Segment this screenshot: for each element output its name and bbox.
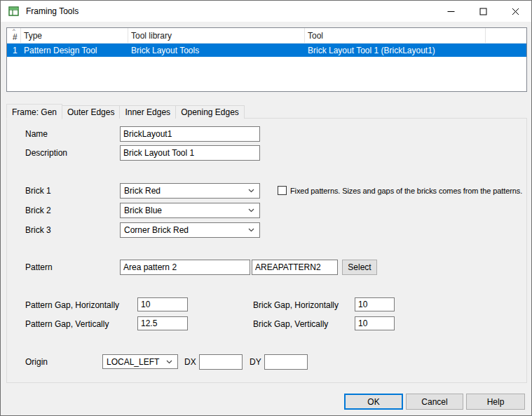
window-controls bbox=[435, 1, 531, 22]
pattern-name-field[interactable] bbox=[120, 260, 250, 275]
chevron-down-icon bbox=[248, 208, 254, 213]
tab-opening-edges[interactable]: Opening Edges bbox=[175, 105, 245, 119]
tab-strip: Frame: Gen Outer Edges Inner Edges Openi… bbox=[6, 103, 244, 119]
name-input[interactable] bbox=[120, 126, 260, 142]
row-num-cell: 1 bbox=[7, 46, 21, 55]
column-header-filler bbox=[486, 28, 526, 43]
brick-gap-v-label: Brick Gap, Vertically bbox=[253, 319, 328, 329]
tab-inner-edges[interactable]: Inner Edges bbox=[119, 105, 176, 119]
pattern-label: Pattern bbox=[25, 262, 53, 272]
row-tool-cell: Brick Layout Tool 1 (BrickLayout1) bbox=[305, 46, 486, 55]
close-button[interactable] bbox=[499, 1, 531, 22]
row-type-cell: Pattern Design Tool bbox=[21, 46, 128, 55]
tab-content-pane bbox=[6, 118, 527, 383]
origin-dropdown[interactable]: LOCAL_LEFT bbox=[102, 354, 178, 369]
column-header-num[interactable]: ^ # bbox=[7, 28, 21, 43]
column-header-num-label: # bbox=[13, 33, 18, 41]
pattern-gap-h-input[interactable] bbox=[137, 297, 188, 311]
close-icon bbox=[512, 8, 519, 15]
brick-gap-v-input[interactable] bbox=[355, 316, 395, 330]
dx-label: DX bbox=[184, 357, 196, 367]
pattern-select-button[interactable]: Select bbox=[342, 260, 377, 275]
brick-gap-h-input[interactable] bbox=[355, 297, 395, 311]
minimize-button[interactable] bbox=[435, 1, 467, 22]
row-library-cell: Brick Layout Tools bbox=[128, 46, 305, 55]
app-icon bbox=[8, 6, 20, 17]
tab-frame-gen[interactable]: Frame: Gen bbox=[6, 104, 62, 119]
help-button[interactable]: Help bbox=[466, 394, 525, 410]
brick3-dropdown[interactable]: Corner Brick Red bbox=[120, 222, 260, 238]
table-row[interactable]: 1 Pattern Design Tool Brick Layout Tools… bbox=[7, 43, 526, 57]
pattern-gap-v-label: Pattern Gap, Vertically bbox=[25, 319, 109, 329]
description-input[interactable] bbox=[120, 145, 260, 161]
fixed-patterns-checkbox[interactable] bbox=[278, 186, 287, 195]
pattern-gap-v-input[interactable] bbox=[137, 316, 188, 330]
pattern-gap-h-label: Pattern Gap, Horizontally bbox=[25, 300, 119, 310]
column-header-type[interactable]: Type bbox=[21, 28, 128, 43]
column-header-library[interactable]: Tool library bbox=[128, 28, 305, 43]
minimize-icon bbox=[447, 8, 455, 15]
brick1-label: Brick 1 bbox=[25, 186, 51, 196]
origin-value: LOCAL_LEFT bbox=[107, 357, 159, 367]
brick2-dropdown[interactable]: Brick Blue bbox=[120, 203, 260, 218]
chevron-down-icon bbox=[166, 360, 172, 364]
brick1-value: Brick Red bbox=[124, 186, 161, 196]
maximize-button[interactable] bbox=[467, 1, 499, 22]
brick3-value: Corner Brick Red bbox=[124, 225, 189, 235]
brick3-label: Brick 3 bbox=[25, 225, 51, 235]
title-bar[interactable]: Framing Tools bbox=[1, 1, 531, 22]
origin-label: Origin bbox=[25, 357, 48, 367]
tool-list-header: ^ # Type Tool library Tool bbox=[7, 28, 526, 43]
tool-list: ^ # Type Tool library Tool 1 Pattern Des… bbox=[6, 27, 527, 92]
dy-label: DY bbox=[250, 357, 261, 367]
description-label: Description bbox=[25, 148, 67, 158]
window-title: Framing Tools bbox=[26, 6, 79, 16]
dy-input[interactable] bbox=[264, 354, 308, 370]
pattern-code-field[interactable] bbox=[252, 260, 338, 275]
brick2-label: Brick 2 bbox=[25, 206, 51, 215]
maximize-icon bbox=[479, 8, 487, 15]
tab-outer-edges[interactable]: Outer Edges bbox=[62, 105, 120, 119]
dx-input[interactable] bbox=[199, 354, 243, 370]
brick2-value: Brick Blue bbox=[124, 206, 162, 215]
brick-gap-h-label: Brick Gap, Horizontally bbox=[253, 300, 339, 310]
brick1-dropdown[interactable]: Brick Red bbox=[120, 183, 260, 199]
chevron-down-icon bbox=[248, 189, 254, 193]
fixed-patterns-label: Fixed patterns. Sizes and gaps of the br… bbox=[290, 187, 522, 195]
framing-tools-dialog: Framing Tools ^ # Type Tool library Tool bbox=[0, 0, 532, 416]
column-header-tool[interactable]: Tool bbox=[305, 28, 486, 43]
cancel-button[interactable]: Cancel bbox=[406, 394, 463, 410]
name-label: Name bbox=[25, 129, 48, 139]
chevron-down-icon bbox=[248, 228, 254, 232]
ok-button[interactable]: OK bbox=[344, 394, 403, 410]
